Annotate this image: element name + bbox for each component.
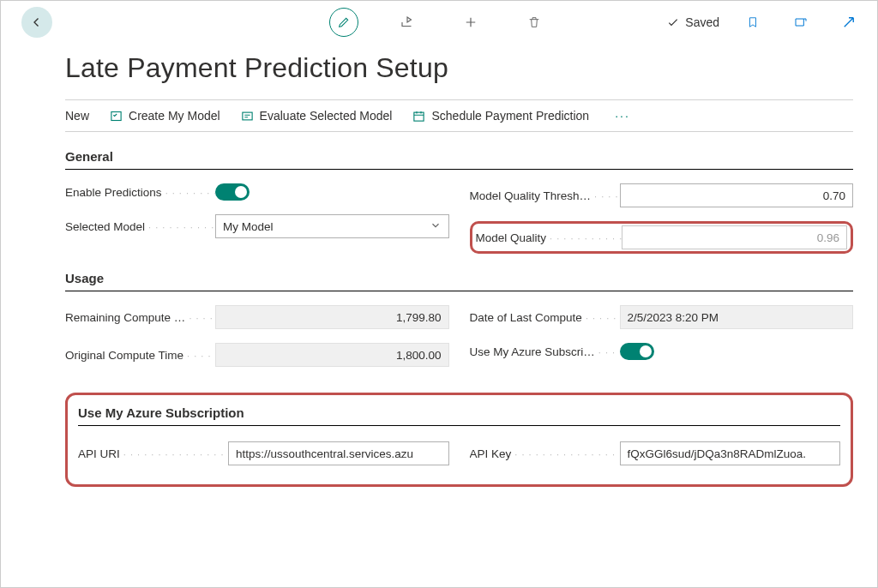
edit-button[interactable] [329, 8, 358, 37]
card-list-icon [241, 110, 254, 123]
section-azure-title: Use My Azure Subscription [78, 405, 840, 426]
saved-label: Saved [685, 15, 719, 29]
svg-rect-1 [242, 112, 251, 120]
action-evaluate-label: Evaluate Selected Model [260, 109, 393, 123]
action-create-model[interactable]: Create My Model [110, 109, 220, 123]
select-selected-model-value: My Model [223, 220, 274, 233]
calendar-icon [412, 110, 425, 123]
top-bar: Saved [1, 1, 877, 44]
input-api-key[interactable]: fQxGGl6sud/jDQa3n8RADmlZuoa. [620, 441, 841, 465]
field-model-quality-threshold: Model Quality Thresh… 0.70 [470, 183, 854, 207]
action-schedule[interactable]: Schedule Payment Prediction [412, 109, 589, 123]
trash-icon [527, 15, 541, 30]
arrow-left-icon [29, 15, 45, 30]
field-api-uri: API URI https://ussouthcentral.services.… [78, 441, 449, 465]
svg-rect-2 [414, 112, 424, 121]
label-model-quality: Model Quality [476, 231, 622, 244]
section-usage: Usage Remaining Compute … 1,799.80 Origi… [65, 271, 853, 367]
field-use-azure-sub: Use My Azure Subscri… [470, 343, 854, 360]
delete-button[interactable] [520, 8, 549, 37]
toggle-enable-predictions[interactable] [215, 183, 250, 201]
label-date-last-compute: Date of Last Compute [470, 311, 620, 324]
expand-icon [841, 15, 857, 30]
saved-indicator: Saved [666, 15, 719, 29]
value-original-compute: 1,800.00 [396, 349, 442, 362]
svg-rect-0 [111, 111, 121, 120]
field-selected-model: Selected Model My Model [65, 214, 449, 238]
value-api-key: fQxGGl6sud/jDQa3n8RADmlZuoa. [628, 447, 807, 460]
label-api-key: API Key [470, 447, 620, 460]
section-azure: Use My Azure Subscription API URI https:… [65, 393, 853, 487]
popout-icon [793, 15, 809, 29]
value-model-quality: 0.96 [817, 231, 839, 244]
value-date-last-compute: 2/5/2023 8:20 PM [628, 311, 719, 324]
label-remaining-compute: Remaining Compute … [65, 311, 215, 324]
label-original-compute: Original Compute Time [65, 349, 215, 362]
input-model-quality-threshold[interactable]: 0.70 [620, 183, 854, 207]
page-content: Late Payment Prediction Setup New Create… [1, 52, 877, 487]
section-usage-title: Usage [65, 271, 853, 291]
bookmark-icon [747, 15, 759, 30]
back-button[interactable] [21, 7, 52, 38]
value-remaining-compute-box: 1,799.80 [215, 305, 449, 329]
label-enable-predictions: Enable Predictions [65, 186, 215, 199]
value-original-compute-box: 1,800.00 [215, 343, 449, 367]
field-original-compute: Original Compute Time 1,800.00 [65, 343, 449, 367]
new-button[interactable] [456, 8, 485, 37]
label-api-uri: API URI [78, 447, 228, 460]
value-api-uri: https://ussouthcentral.services.azu [236, 447, 413, 460]
value-date-last-compute-box: 2/5/2023 8:20 PM [620, 305, 854, 329]
action-create-model-label: Create My Model [129, 109, 220, 123]
share-button[interactable] [393, 8, 422, 37]
expand-button[interactable] [834, 8, 863, 37]
action-bar: New Create My Model Evaluate Selected Mo… [65, 99, 853, 132]
field-api-key: API Key fQxGGl6sud/jDQa3n8RADmlZuoa. [470, 441, 841, 465]
action-new[interactable]: New [65, 109, 89, 123]
label-model-quality-threshold: Model Quality Thresh… [470, 189, 620, 202]
select-selected-model[interactable]: My Model [215, 214, 449, 238]
input-api-uri[interactable]: https://ussouthcentral.services.azu [228, 441, 449, 465]
label-selected-model: Selected Model [65, 220, 215, 233]
more-actions[interactable]: ··· [610, 109, 630, 123]
toggle-use-azure-sub[interactable] [620, 343, 654, 360]
input-model-quality: 0.96 [622, 225, 848, 249]
pencil-icon [337, 15, 351, 29]
value-model-quality-threshold: 0.70 [823, 189, 845, 202]
field-date-last-compute: Date of Last Compute 2/5/2023 8:20 PM [470, 305, 854, 329]
page-title: Late Payment Prediction Setup [65, 52, 853, 84]
center-toolbar [329, 8, 549, 37]
section-general-title: General [65, 149, 853, 170]
field-model-quality: Model Quality 0.96 [476, 225, 848, 249]
action-new-label: New [65, 109, 89, 123]
chevron-down-icon [430, 219, 442, 231]
field-enable-predictions: Enable Predictions [65, 183, 449, 201]
action-schedule-label: Schedule Payment Prediction [431, 109, 589, 123]
checklist-icon [110, 110, 123, 123]
bookmark-button[interactable] [738, 8, 767, 37]
right-toolbar: Saved [666, 8, 863, 37]
share-icon [400, 15, 415, 30]
plus-icon [463, 15, 478, 30]
popout-button[interactable] [786, 8, 815, 37]
value-remaining-compute: 1,799.80 [396, 311, 442, 324]
section-general: General Enable Predictions Selected Mode… [65, 149, 853, 254]
label-use-azure-sub: Use My Azure Subscri… [470, 345, 620, 358]
highlight-model-quality: Model Quality 0.96 [470, 221, 854, 254]
action-evaluate[interactable]: Evaluate Selected Model [241, 109, 393, 123]
field-remaining-compute: Remaining Compute … 1,799.80 [65, 305, 449, 329]
check-icon [666, 15, 680, 29]
